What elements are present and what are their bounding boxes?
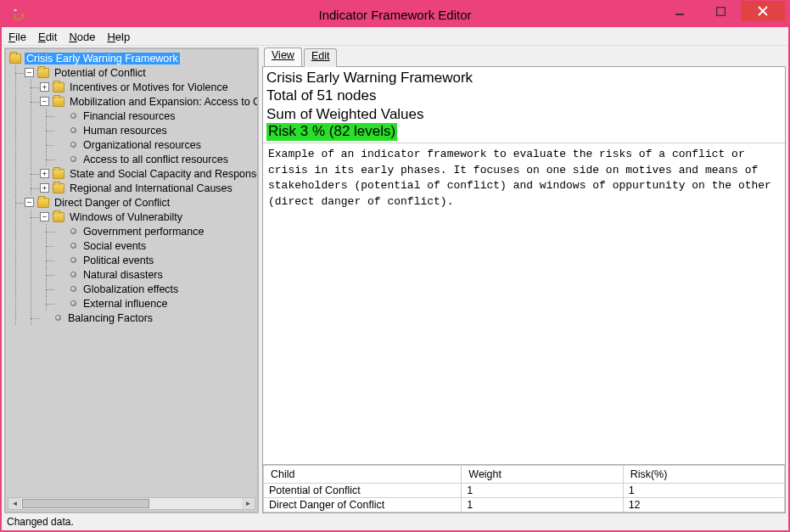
tab-bar: View Edit [262,48,786,66]
tree-leaf-label[interactable]: Access to all conflict resources [81,154,230,165]
col-child[interactable]: Child [264,466,462,484]
menu-node[interactable]: Node [67,30,97,44]
tree-root-label[interactable]: Crisis Early Warning Framework [25,53,180,64]
table-row[interactable]: Potential of Conflict 1 1 [264,484,785,498]
svg-rect-1 [675,14,684,15]
tree-leaf[interactable]: Government performance [55,224,257,238]
tree-leaf-balancing[interactable]: Balancing Factors [40,311,257,325]
collapse-icon[interactable]: − [25,198,34,207]
tree-leaf-label[interactable]: Organizational resources [81,139,203,151]
svg-point-0 [14,9,17,12]
summary-sum: Sum of Weighted Values [266,105,782,123]
app-window: Indicator Framework Editor File Edit Nod… [0,0,790,532]
cell-risk: 1 [623,484,784,498]
collapse-icon[interactable]: − [40,97,49,106]
tab-view[interactable]: View [264,48,302,66]
leaf-icon [70,113,76,119]
tab-edit[interactable]: Edit [304,48,338,67]
folder-icon [53,169,64,179]
tree-leaf-label[interactable]: Natural disasters [81,269,165,281]
menu-bar: File Edit Node Help [2,27,788,46]
tree-leaf[interactable]: Natural disasters [55,267,257,282]
app-icon [10,7,25,22]
folder-icon [37,68,49,78]
detail-panel: View Edit Crisis Early Warning Framework… [262,48,786,513]
description-text: Example of an indicator framework to eva… [263,143,785,464]
tree-node-potential[interactable]: − Potential of Conflict [25,65,257,80]
collapse-icon[interactable]: − [40,212,49,221]
tree-leaf-label[interactable]: Government performance [81,226,205,238]
tree-root[interactable]: Crisis Early Warning Framework [9,51,257,65]
status-bar: Changed data. [2,515,788,530]
leaf-icon [70,127,76,133]
menu-file[interactable]: File [7,30,28,44]
collapse-icon[interactable]: − [25,68,34,77]
tree-leaf-label[interactable]: Social events [81,240,148,252]
tree-node-label[interactable]: State and Social Capacity and Response [68,168,259,180]
status-text: Changed data. [7,516,74,528]
tree-leaf[interactable]: Access to all conflict resources [55,152,257,166]
menu-help[interactable]: Help [105,30,132,44]
summary-risk-badge: Risk 3 % (82 levels) [266,123,397,141]
close-button[interactable] [741,1,785,21]
table-row[interactable]: Direct Danger of Conflict 1 12 [264,498,785,512]
tree-node-label[interactable]: Mobilization and Expansion: Access to Co… [68,96,259,108]
horizontal-scrollbar[interactable]: ◄ ► [8,497,255,510]
col-weight[interactable]: Weight [462,466,623,484]
tree-node-mobilization[interactable]: − Mobilization and Expansion: Access to … [40,94,257,109]
leaf-icon [70,257,76,263]
folder-icon [37,198,49,208]
tree-panel[interactable]: Crisis Early Warning Framework − Potenti… [4,48,259,513]
tree-leaf[interactable]: Globalization effects [55,282,257,296]
scroll-right-icon[interactable]: ► [242,498,255,509]
scrollbar-thumb[interactable] [22,499,149,508]
tree-node-regional[interactable]: + Regional and International Causes [40,181,257,195]
menu-edit[interactable]: Edit [36,30,59,44]
tree-leaf-label[interactable]: External influence [81,298,169,310]
leaf-icon [70,228,76,234]
tree-leaf[interactable]: External influence [55,296,257,311]
tree-leaf-label[interactable]: Balancing Factors [66,312,154,324]
title-bar[interactable]: Indicator Framework Editor [2,2,788,27]
cell-risk: 12 [623,498,784,512]
minimize-button[interactable] [659,1,700,21]
tree-leaf[interactable]: Financial resources [55,109,257,123]
folder-icon [53,212,64,222]
tree-leaf-label[interactable]: Financial resources [81,110,176,122]
tree-node-label[interactable]: Potential of Conflict [53,67,148,79]
maximize-button[interactable] [700,1,741,21]
expand-icon[interactable]: + [40,183,49,193]
scroll-left-icon[interactable]: ◄ [8,498,21,509]
framework-tree[interactable]: Crisis Early Warning Framework − Potenti… [6,51,257,325]
leaf-icon [70,243,76,249]
col-risk[interactable]: Risk(%) [623,466,784,484]
expand-icon[interactable]: + [40,169,49,178]
tree-leaf-label[interactable]: Political events [81,255,155,266]
tree-leaf[interactable]: Social events [55,238,257,253]
client-area: File Edit Node Help Crisis Early Warning… [2,27,788,530]
expand-icon[interactable]: + [40,82,49,92]
tree-node-label[interactable]: Incentives or Motives for Violence [68,81,230,93]
tree-node-label[interactable]: Windows of Vulnerabilty [68,211,184,223]
content-area: Crisis Early Warning Framework − Potenti… [2,46,788,515]
leaf-icon [70,142,76,148]
leaf-icon [70,272,76,277]
tree-node-label[interactable]: Regional and International Causes [68,182,234,194]
cell-child: Potential of Conflict [264,484,462,498]
tree-node-label[interactable]: Direct Danger of Conflict [53,197,171,209]
tree-leaf-label[interactable]: Human resources [81,125,169,137]
tab-body: Crisis Early Warning Framework Total of … [262,66,786,513]
tree-node-windows[interactable]: − Windows of Vulnerabilty [40,210,257,224]
tree-leaf[interactable]: Organizational resources [55,137,257,152]
window-controls [659,3,785,26]
tree-leaf[interactable]: Human resources [55,123,257,137]
svg-rect-2 [716,7,725,15]
tree-node-direct[interactable]: − Direct Danger of Conflict [25,195,257,210]
tree-leaf-label[interactable]: Globalization effects [81,283,180,295]
tree-leaf[interactable]: Political events [55,253,257,267]
child-table: Child Weight Risk(%) Potential of Confli… [263,464,785,512]
tree-node-state-capacity[interactable]: + State and Social Capacity and Response [40,166,257,181]
tree-node-incentives[interactable]: + Incentives or Motives for Violence [40,80,257,94]
cell-weight: 1 [462,484,623,498]
summary-block: Crisis Early Warning Framework Total of … [263,67,785,143]
